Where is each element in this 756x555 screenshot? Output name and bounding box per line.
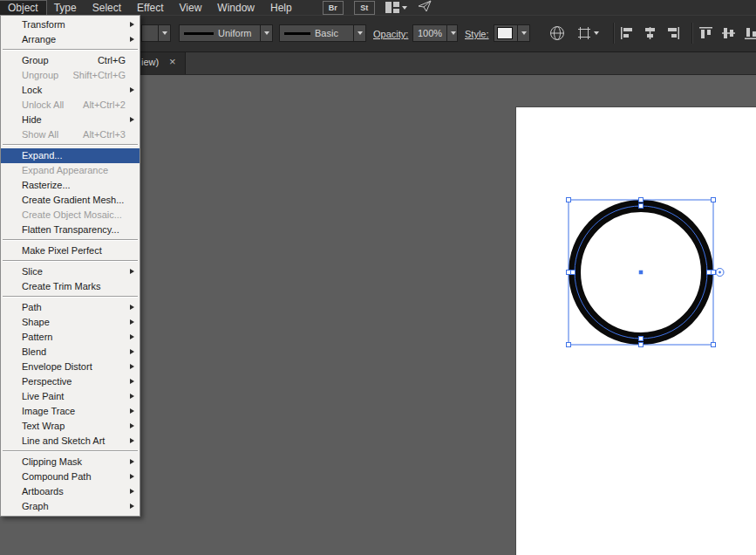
submenu-arrow-icon <box>130 394 134 399</box>
menubar-item-type[interactable]: Type <box>46 1 85 15</box>
menu-item-graph[interactable]: Graph <box>1 499 140 514</box>
submenu-arrow-icon <box>130 117 134 122</box>
artboard-options-button[interactable] <box>577 27 599 39</box>
menubar-item-object[interactable]: Object <box>0 1 46 15</box>
divider <box>691 23 692 44</box>
artboard[interactable] <box>516 107 756 555</box>
brush-stroke-preview <box>284 32 310 35</box>
align-top-icon <box>699 27 712 39</box>
share-button[interactable] <box>418 0 432 16</box>
live-shape-widget[interactable] <box>716 269 724 277</box>
menu-item-arrange[interactable]: Arrange <box>1 32 140 47</box>
align-top-button[interactable] <box>699 27 713 39</box>
align-bottom-icon <box>745 27 756 39</box>
align-vertical-center-button[interactable] <box>722 27 736 39</box>
menu-item-pattern[interactable]: Pattern <box>1 330 140 345</box>
menu-item <box>1 142 140 148</box>
style-swatch <box>497 27 513 39</box>
submenu-arrow-icon <box>130 364 134 369</box>
submenu-arrow-icon <box>130 438 134 443</box>
chevron-down-icon <box>402 6 407 10</box>
artboard-icon <box>577 27 591 39</box>
menubar-item-help[interactable]: Help <box>262 1 300 15</box>
submenu-arrow-icon <box>130 423 134 428</box>
chevron-down-icon <box>260 25 272 41</box>
menu-item-unlock-all[interactable]: Unlock All Alt+Ctrl+2 <box>1 98 140 113</box>
menu-item-create-object-mosaic[interactable]: Create Object Mosaic... <box>1 208 140 223</box>
brush-definition-dropdown[interactable]: Basic <box>279 24 366 42</box>
menu-item-compound-path[interactable]: Compound Path <box>1 469 140 484</box>
menubar-item-select[interactable]: Select <box>85 1 129 15</box>
menu-item-lock[interactable]: Lock <box>1 83 140 98</box>
menubar-item-view[interactable]: View <box>172 1 210 15</box>
style-dropdown[interactable] <box>494 24 530 42</box>
menu-item-group[interactable]: Group Ctrl+G <box>1 53 140 68</box>
submenu-arrow-icon <box>130 319 134 325</box>
stroke-weight-dropdown[interactable] <box>141 24 171 42</box>
menu-item <box>1 294 140 300</box>
stock-button[interactable]: St <box>354 1 375 15</box>
stroke-profile-preview <box>184 32 214 35</box>
submenu-arrow-icon <box>130 504 134 509</box>
menu-item <box>1 258 140 264</box>
menu-item-artboards[interactable]: Artboards <box>1 484 140 499</box>
menu-item-create-gradient-mesh[interactable]: Create Gradient Mesh... <box>1 193 140 208</box>
menu-item-expand-appearance[interactable]: Expand Appearance <box>1 163 140 178</box>
align-vertical-center-icon <box>722 27 735 39</box>
align-bottom-button[interactable] <box>745 27 756 39</box>
submenu-arrow-icon <box>130 349 134 354</box>
align-left-icon <box>621 27 634 39</box>
menu-item-text-wrap[interactable]: Text Wrap <box>1 419 140 434</box>
menu-item-live-paint[interactable]: Live Paint <box>1 389 140 404</box>
arrange-documents-button[interactable] <box>385 2 407 13</box>
arrange-documents-icon <box>385 2 399 13</box>
menu-item-ungroup[interactable]: Ungroup Shift+Ctrl+G <box>1 68 140 83</box>
menu-item-make-pixel-perfect[interactable]: Make Pixel Perfect <box>1 243 140 258</box>
align-right-button[interactable] <box>666 27 680 39</box>
submenu-arrow-icon <box>130 408 134 414</box>
menu-item-rasterize[interactable]: Rasterize... <box>1 178 140 193</box>
document-tab-label: iew) <box>141 57 159 67</box>
menu-item-hide[interactable]: Hide <box>1 113 140 127</box>
opacity-input[interactable]: 100% <box>412 24 458 42</box>
width-profile-dropdown[interactable]: Uniform <box>179 24 273 42</box>
menu-item-expand[interactable]: Expand... <box>1 148 140 163</box>
paper-plane-icon <box>418 0 432 12</box>
tab-close-icon[interactable]: × <box>169 55 176 68</box>
menu-item-slice[interactable]: Slice <box>1 264 140 279</box>
align-left-button[interactable] <box>621 27 635 39</box>
menu-item-show-all[interactable]: Show All Alt+Ctrl+3 <box>1 127 140 142</box>
submenu-arrow-icon <box>130 87 134 92</box>
menu-item-image-trace[interactable]: Image Trace <box>1 404 140 419</box>
globe-icon <box>549 25 565 41</box>
menu-item-line-and-sketch-art[interactable]: Line and Sketch Art <box>1 434 140 449</box>
document-setup-button[interactable] <box>549 25 565 41</box>
menubar-item-window[interactable]: Window <box>209 1 262 15</box>
submenu-arrow-icon <box>130 379 134 384</box>
submenu-arrow-icon <box>130 22 134 27</box>
divider <box>613 23 614 44</box>
submenu-arrow-icon <box>130 489 134 494</box>
opacity-label[interactable]: Opacity: <box>373 29 408 39</box>
center-point[interactable] <box>639 271 644 275</box>
chevron-down-icon <box>158 25 170 41</box>
menu-item-create-trim-marks[interactable]: Create Trim Marks <box>1 279 140 294</box>
brush-definition-value: Basic <box>315 28 338 38</box>
align-horizontal-center-button[interactable] <box>644 27 657 39</box>
menu-item-path[interactable]: Path <box>1 300 140 315</box>
menu-item-blend[interactable]: Blend <box>1 345 140 360</box>
style-label[interactable]: Style: <box>465 29 489 39</box>
menu-item-shape[interactable]: Shape <box>1 315 140 330</box>
menu-item <box>1 449 140 455</box>
bridge-button[interactable]: Br <box>323 1 344 15</box>
menubar-item-effect[interactable]: Effect <box>129 1 171 15</box>
menubar: Object Type Select Effect View Window <box>0 0 756 15</box>
menu-item-clipping-mask[interactable]: Clipping Mask <box>1 455 140 469</box>
menu-item-transform[interactable]: Transform <box>1 17 140 32</box>
menu-item-perspective[interactable]: Perspective <box>1 374 140 389</box>
width-profile-value: Uniform <box>218 28 252 38</box>
object-menu-dropdown: Transform Arrange Group Ctrl+G <box>0 15 140 517</box>
menu-item-flatten-transparency[interactable]: Flatten Transparency... <box>1 223 140 237</box>
menu-item-envelope-distort[interactable]: Envelope Distort <box>1 360 140 374</box>
align-right-icon <box>666 27 679 39</box>
